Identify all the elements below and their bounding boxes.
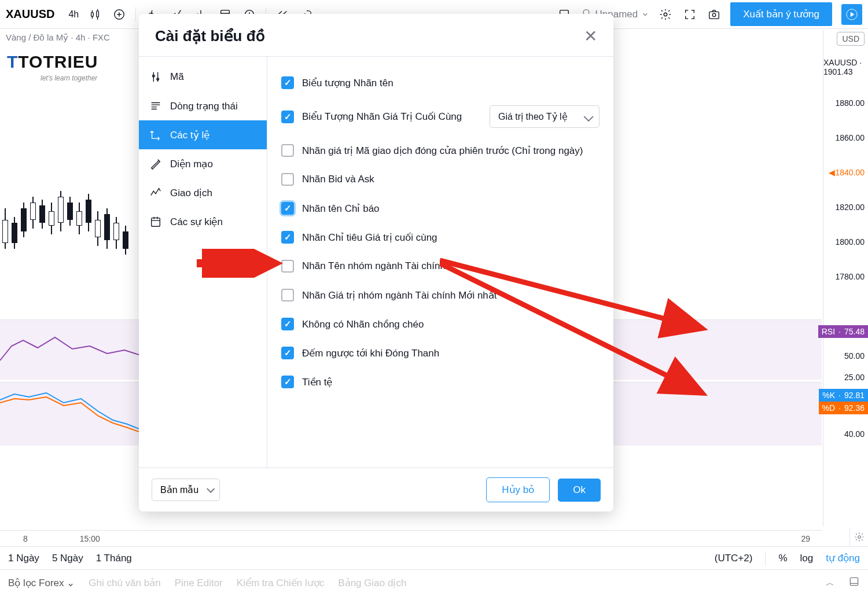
candlestick-chart[interactable] (0, 127, 139, 301)
svg-rect-12 (152, 218, 160, 227)
option-row: Nhãn Tên nhóm ngành Tài chính (281, 252, 599, 281)
svg-rect-5 (709, 12, 719, 19)
axis-settings-icon[interactable] (849, 528, 868, 546)
option-label: Nhãn Bid và Ask (302, 174, 374, 185)
auto-toggle[interactable]: tự động (826, 552, 860, 564)
sidebar-item-appearance[interactable]: Diện mạo (139, 149, 267, 178)
option-row: Đếm ngược tới khi Đóng Thanh (281, 339, 599, 367)
option-row: Tiền tệ (281, 367, 599, 396)
trading-panel[interactable]: Bảng Giao dịch (338, 577, 406, 589)
timezone[interactable]: (UTC+2) (715, 553, 753, 564)
template-select[interactable]: Bản mẫu (152, 479, 220, 501)
price-axis[interactable]: XAUUSD · 1901.43 1880.00 1860.00 ◀1840.0… (823, 30, 868, 527)
option-checkbox[interactable] (281, 173, 294, 186)
separator (135, 8, 136, 21)
sidebar-item-status[interactable]: Dòng trạng thái (139, 91, 267, 120)
option-row: Biểu Tượng Nhãn Giá Trị Cuối CùngGiá trị… (281, 97, 599, 136)
bottom-toolbar: Bộ lọc Forex ⌄ Ghi chú văn bản Pine Edit… (0, 569, 868, 596)
sidebar-item-trading[interactable]: Giao dịch (139, 178, 267, 207)
option-label: Đếm ngược tới khi Đóng Thanh (302, 347, 439, 359)
option-checkbox[interactable] (281, 260, 294, 273)
modal-options: Biểu tượng Nhãn tênBiểu Tượng Nhãn Giá T… (267, 57, 613, 468)
sidebar-item-events[interactable]: Các sự kiện (139, 207, 267, 236)
cancel-button[interactable]: Hủy bỏ (486, 477, 550, 502)
text-notes[interactable]: Ghi chú văn bản (89, 577, 160, 589)
pine-editor[interactable]: Pine Editor (175, 577, 223, 589)
svg-point-4 (664, 13, 668, 16)
forex-filter[interactable]: Bộ lọc Forex ⌄ (8, 577, 75, 589)
tf-5d[interactable]: 5 Ngày (52, 553, 83, 564)
chart-legend: Vàng / Đô la Mỹ · 4h · FXC (6, 32, 110, 43)
svg-point-8 (858, 536, 860, 539)
option-checkbox[interactable] (281, 144, 294, 157)
option-checkbox[interactable] (281, 231, 294, 244)
tf-1d[interactable]: 1 Ngày (8, 553, 39, 564)
option-row: Nhãn Chỉ tiêu Giá trị cuối cùng (281, 223, 599, 252)
option-label: Tiền tệ (302, 376, 332, 388)
option-checkbox[interactable] (281, 318, 294, 330)
option-label: Không có Nhãn chồng chéo (302, 318, 424, 330)
ok-button[interactable]: Ok (558, 479, 601, 502)
publish-button[interactable]: Xuất bản ý tưởng (730, 2, 832, 26)
option-row: Nhãn tên Chỉ báo (281, 194, 599, 223)
option-checkbox[interactable] (281, 202, 294, 215)
camera-icon[interactable] (706, 6, 722, 23)
candlestick-icon[interactable] (87, 6, 103, 23)
option-checkbox[interactable] (281, 347, 294, 359)
modal-sidebar: Mã Dòng trạng thái Các tỷ lệ Diện mạo Gi… (139, 57, 267, 468)
logo: TTOTRIEU (7, 52, 98, 72)
option-select[interactable]: Giá trị theo Tỷ lệ (490, 105, 599, 128)
option-label: Biểu Tượng Nhãn Giá Trị Cuối Cùng (302, 111, 462, 123)
option-label: Nhãn Tên nhóm ngành Tài chính (302, 260, 446, 272)
option-checkbox[interactable] (281, 111, 294, 123)
option-checkbox[interactable] (281, 76, 294, 89)
log-toggle[interactable]: log (800, 553, 814, 564)
option-row: Nhãn giá trị Mã giao dịch đóng cửa phiên… (281, 136, 599, 165)
option-row: Nhãn Giá trị nhóm ngành Tài chính Mới nh… (281, 281, 599, 310)
panel-icon[interactable] (848, 576, 860, 590)
option-checkbox[interactable] (281, 289, 294, 301)
option-checkbox[interactable] (281, 376, 294, 388)
k-price-label: %K·92.81 (819, 389, 868, 402)
option-row: Biểu tượng Nhãn tên (281, 68, 599, 97)
play-button[interactable] (841, 4, 862, 25)
plus-icon[interactable] (111, 6, 127, 23)
axis-symbol: XAUUSD (823, 58, 857, 67)
option-label: Nhãn Giá trị nhóm ngành Tài chính Mới nh… (302, 289, 497, 301)
d-price-label: %D·92.36 (819, 402, 869, 414)
collapse-icon[interactable]: ︿ (826, 577, 834, 588)
timeframe-footer: 1 Ngày 5 Ngày 1 Tháng (UTC+2) % log tự đ… (0, 546, 868, 569)
option-label: Nhãn Chỉ tiêu Giá trị cuối cùng (302, 231, 437, 244)
timeframe[interactable]: 4h (68, 9, 79, 20)
strategy-tester[interactable]: Kiểm tra Chiến lược (237, 577, 325, 589)
percent-toggle[interactable]: % (778, 553, 787, 564)
rsi-price-label: RSI·75.48 (818, 325, 868, 338)
close-icon[interactable]: ✕ (584, 27, 597, 46)
symbol[interactable]: XAUUSD (6, 8, 54, 21)
fullscreen-icon[interactable] (682, 6, 698, 23)
settings-icon[interactable] (657, 6, 674, 23)
chart-settings-modal: Cài đặt biểu đồ ✕ Mã Dòng trạng thái Các… (139, 14, 613, 512)
svg-point-6 (713, 13, 716, 17)
modal-title: Cài đặt biểu đồ (155, 27, 265, 45)
svg-rect-9 (850, 577, 858, 585)
option-label: Nhãn giá trị Mã giao dịch đóng cửa phiên… (302, 145, 583, 157)
sidebar-item-scales[interactable]: Các tỷ lệ (139, 120, 267, 149)
sidebar-item-symbol[interactable]: Mã (139, 62, 267, 91)
time-axis[interactable]: 8 15:00 29 (0, 530, 822, 546)
option-label: Biểu tượng Nhãn tên (302, 77, 393, 89)
logo-tagline: let's learn together (41, 74, 97, 82)
option-row: Không có Nhãn chồng chéo (281, 310, 599, 339)
tf-1m[interactable]: 1 Tháng (96, 553, 132, 564)
option-row: Nhãn Bid và Ask (281, 165, 599, 194)
option-label: Nhãn tên Chỉ báo (302, 203, 380, 215)
